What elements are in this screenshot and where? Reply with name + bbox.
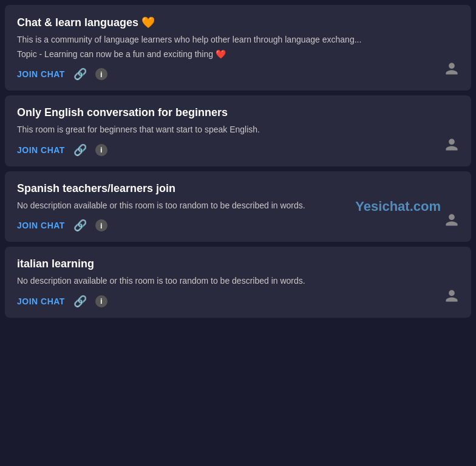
link-icon: 🔗 — [73, 67, 87, 81]
info-icon-button[interactable]: i — [95, 219, 107, 231]
room-card-3: Spanish teachers/learners joinNo descrip… — [5, 171, 471, 242]
user-icon — [444, 137, 459, 156]
room-description: No description available or this room is… — [17, 200, 459, 212]
room-title: Spanish teachers/learners join — [17, 182, 459, 195]
room-actions: JOIN CHAT🔗i — [17, 219, 459, 232]
info-icon-button[interactable]: i — [95, 68, 107, 80]
room-title: Chat & learn languages 🧡 — [17, 16, 459, 29]
link-icon: 🔗 — [73, 295, 87, 308]
info-icon-button[interactable]: i — [95, 295, 107, 307]
join-chat-button[interactable]: JOIN CHAT — [17, 145, 65, 155]
room-title: Only English conversation for beginners — [17, 106, 459, 119]
room-card-1: Chat & learn languages 🧡This is a commun… — [5, 5, 471, 91]
link-icon-button[interactable]: 🔗 — [73, 295, 87, 308]
room-description: This room is great for beginners that wa… — [17, 124, 459, 136]
room-actions: JOIN CHAT🔗i — [17, 67, 459, 81]
room-description: This is a community of language learners… — [17, 34, 459, 46]
room-title: italian learning — [17, 258, 459, 270]
user-icon — [444, 213, 459, 231]
join-chat-button[interactable]: JOIN CHAT — [17, 221, 65, 230]
room-topic: Topic - Learning can now be a fun and ex… — [17, 49, 459, 61]
link-icon-button[interactable]: 🔗 — [73, 143, 87, 157]
room-card-2: Only English conversation for beginnersT… — [5, 95, 471, 166]
link-icon: 🔗 — [73, 143, 87, 157]
room-card-4: italian learningNo description available… — [5, 247, 471, 318]
user-icon — [444, 289, 459, 307]
join-chat-button[interactable]: JOIN CHAT — [17, 296, 65, 306]
info-icon-button[interactable]: i — [95, 144, 107, 156]
user-icon — [444, 61, 459, 80]
room-actions: JOIN CHAT🔗i — [17, 143, 459, 157]
room-actions: JOIN CHAT🔗i — [17, 295, 459, 308]
join-chat-button[interactable]: JOIN CHAT — [17, 69, 65, 79]
room-description: No description available or this room is… — [17, 275, 459, 287]
link-icon-button[interactable]: 🔗 — [73, 67, 87, 81]
link-icon: 🔗 — [73, 219, 87, 232]
link-icon-button[interactable]: 🔗 — [73, 219, 87, 232]
